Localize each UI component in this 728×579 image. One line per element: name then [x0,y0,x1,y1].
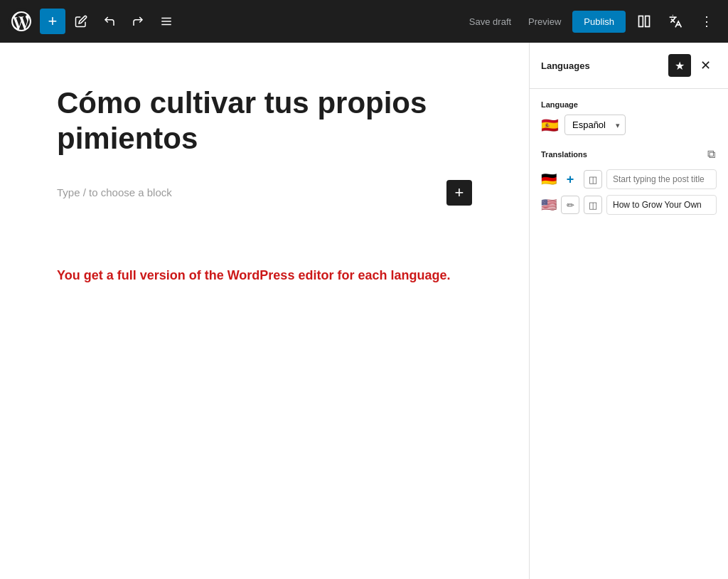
doc-icon-en: ◫ [589,200,597,211]
sidebar-header: Languages ★ ✕ [530,43,728,89]
more-options-button[interactable]: ⋮ [694,9,719,34]
translation-doc-en-button[interactable]: ◫ [584,196,602,214]
translate-icon [668,14,682,28]
redo-icon [132,15,144,28]
wp-logo-icon [11,11,31,31]
top-toolbar: + Save draft Preview Publish [0,0,728,43]
translation-row-de: 🇩🇪 + ◫ [541,169,717,189]
wp-logo[interactable] [9,9,34,34]
pencil-icon [75,15,87,28]
close-button[interactable]: ✕ [694,54,717,77]
translation-row-en: 🇺🇸 ✏ ◫ [541,195,717,215]
main-layout: Cómo cultivar tus propios pimientos Type… [0,43,728,579]
copy-translations-button[interactable]: ⧉ [706,147,717,162]
edit-translation-en-button[interactable]: ✏ [561,196,579,214]
add-translation-de-button[interactable]: + [561,170,579,188]
list-view-icon [160,15,173,28]
undo-icon [103,15,116,28]
de-flag: 🇩🇪 [541,171,557,187]
language-select[interactable]: Español English Deutsch Français [564,115,626,135]
post-title[interactable]: Cómo cultivar tus propios pimientos [57,85,472,157]
language-select-wrapper: Español English Deutsch Français [564,115,626,135]
language-section-label: Language [541,100,717,109]
view-toggle-icon [637,14,651,28]
undo-button[interactable] [97,9,122,34]
star-icon: ★ [675,59,685,73]
svg-rect-4 [646,16,650,27]
view-toggle-button[interactable] [631,9,657,34]
copy-icon: ⧉ [707,148,715,160]
editor-area: Cómo cultivar tus propios pimientos Type… [0,43,529,579]
publish-button[interactable]: Publish [572,11,626,33]
star-button[interactable]: ★ [668,54,691,77]
placeholder-text: Type / to choose a block [57,186,172,198]
svg-rect-3 [639,16,643,27]
more-options-icon: ⋮ [700,14,714,29]
list-view-button[interactable] [154,9,179,34]
translation-input-de[interactable] [606,169,717,189]
language-row: 🇪🇸 Español English Deutsch Français [541,115,717,135]
languages-sidebar: Languages ★ ✕ Language 🇪🇸 Español Englis… [529,43,728,579]
translation-input-en[interactable] [606,195,717,215]
sidebar-title: Languages [541,60,590,71]
preview-button[interactable]: Preview [523,12,567,31]
save-draft-button[interactable]: Save draft [464,12,517,31]
add-block-inline-button[interactable]: + [446,180,472,206]
doc-icon-de: ◫ [589,174,597,185]
add-block-button[interactable]: + [40,9,65,34]
block-placeholder[interactable]: Type / to choose a block + [57,174,472,211]
pencil-button[interactable] [68,9,94,34]
pencil-icon-en: ✏ [567,200,574,211]
sidebar-header-actions: ★ ✕ [668,54,717,77]
promo-text: You get a full version of the WordPress … [57,268,472,283]
translations-label: Translations [541,150,587,159]
translate-button[interactable] [663,9,688,34]
close-icon: ✕ [700,58,711,73]
translation-doc-de-button[interactable]: ◫ [584,170,602,188]
language-flag: 🇪🇸 [541,117,559,134]
translations-section: Translations ⧉ 🇩🇪 + ◫ 🇺🇸 [541,147,717,215]
sidebar-content: Language 🇪🇸 Español English Deutsch Fran… [530,89,728,232]
en-flag: 🇺🇸 [541,197,557,213]
translations-header: Translations ⧉ [541,147,717,162]
redo-button[interactable] [125,9,151,34]
